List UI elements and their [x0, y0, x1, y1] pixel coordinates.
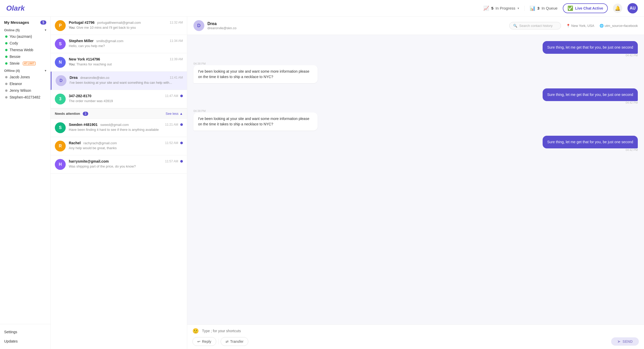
reply-button[interactable]: ↩ Reply	[192, 337, 216, 346]
search-contact-history[interactable]: 🔍 Search contact history	[509, 22, 561, 29]
reply-input-row: 🙂	[192, 328, 639, 334]
transfer-icon: ⇄	[226, 339, 229, 344]
conv-header-portugal: Portugal #2796 portugaltheemail@gmail.co…	[69, 20, 183, 25]
bubble-incoming-2: I've been looking at your site and want …	[193, 65, 318, 83]
user-avatar[interactable]: AU	[627, 3, 638, 13]
chat-contact-info: D Drea drearorvile@skn.co	[193, 20, 236, 31]
chat-header: D Drea drearorvile@skn.co 🔍 Search conta…	[187, 17, 644, 35]
reply-actions: ↩ Reply ⇄ Transfer ➤ SEND	[192, 337, 639, 346]
sidebar-user-label: Jenny Wilson	[10, 88, 31, 93]
avatar-initials: AU	[630, 6, 635, 11]
transfer-button[interactable]: ⇄ Transfer	[221, 337, 249, 346]
chat-meta-location: 📍 New York, USA	[566, 24, 594, 28]
conv-avatar-harry: H	[55, 159, 66, 170]
needs-attention-header: Needs attention 3 See less ▲	[51, 108, 187, 119]
conv-header-stephen: Stephen Miller smills@gmail.com 11:34 AM	[69, 39, 183, 43]
conv-preview-harry: Was shipping part of the price, do you k…	[69, 164, 183, 168]
sidebar-user-stephen40[interactable]: Stephen-40273482	[0, 94, 50, 101]
conv-header-harry: harrysmite@gmail.com 11:57 AM	[69, 159, 183, 164]
see-less-button[interactable]: See less ▲	[166, 112, 183, 116]
sidebar-user-cody[interactable]: Cody	[0, 40, 50, 47]
online-dot-you	[5, 35, 8, 38]
needs-attention-item-rachel[interactable]: R Rachel rachyrach@gmail.com 11:52 AM An…	[51, 137, 187, 155]
bubble-outgoing-5: Sure thing, let me get that for you, be …	[543, 136, 638, 148]
chat-contact-details: Drea drearorvile@skn.co	[207, 21, 236, 30]
bell-icon: 🔔	[615, 5, 620, 11]
logo: Olark	[6, 4, 25, 12]
conv-item-portugal[interactable]: P Portugal #2796 portugaltheemail@gmail.…	[51, 17, 187, 35]
offline-group-header[interactable]: Offline (4) ▾	[0, 67, 50, 74]
live-chat-button[interactable]: ✅ Live Chat Active	[563, 3, 608, 13]
sidebar-user-eleanor[interactable]: Eleanor	[0, 80, 50, 87]
conv-avatar-phone: 3	[55, 94, 66, 104]
conv-avatar-stephen: S	[55, 39, 66, 49]
conv-preview-newyork: You: Thanks for reaching out	[69, 62, 183, 66]
offline-dot-jacob	[5, 76, 8, 78]
notification-button[interactable]: 🔔	[613, 4, 622, 13]
chat-contact-name: Drea	[207, 21, 236, 26]
sidebar-user-label: You (auzman)	[10, 34, 32, 39]
updates-item[interactable]: Updates	[0, 337, 50, 346]
online-dot-stevie	[5, 62, 8, 65]
sidebar-user-label: Cody	[10, 41, 18, 45]
settings-item[interactable]: Settings	[0, 327, 50, 337]
conv-item-stephen[interactable]: S Stephen Miller smills@gmail.com 11:34 …	[51, 35, 187, 53]
unread-dot-rachel	[180, 142, 183, 144]
conv-item-phone[interactable]: 3 347-282-8170 11:47 AM The order number…	[51, 90, 187, 108]
conv-content-drea: Drea drearorvile@skn.co 11:41 AM I've be…	[70, 75, 183, 85]
chat-location-text: New York, USA	[571, 24, 594, 28]
needs-attention-item-sweden[interactable]: S Sweden #481901 sweed@gmail.com 11:21 A…	[51, 119, 187, 137]
sidebar-user-theresa[interactable]: Theresa Webb	[0, 47, 50, 53]
online-chevron-icon: ▾	[45, 28, 46, 32]
transfer-label: Transfer	[230, 339, 244, 344]
in-progress-stat[interactable]: 📈 5 In Progress ▾	[483, 5, 519, 11]
needs-attention-badge: 3	[83, 112, 88, 116]
sidebar-user-jacob[interactable]: Jacob Jones	[0, 74, 50, 80]
reply-input[interactable]	[202, 329, 639, 333]
send-label: SEND	[623, 339, 633, 344]
unread-dot-harry	[180, 160, 183, 163]
chat-messages: Sure thing, let me get that for you, be …	[187, 35, 644, 324]
sidebar-user-label: Jacob Jones	[10, 75, 30, 79]
sidebar-user-label: Stevie	[10, 61, 20, 65]
online-dot-bessie	[5, 56, 8, 58]
conversations-panel: P Portugal #2796 portugaltheemail@gmail.…	[51, 17, 187, 349]
sidebar-user-jenny[interactable]: Jenny Wilson	[0, 87, 50, 94]
check-circle-icon: ✅	[567, 5, 573, 11]
in-queue-stat[interactable]: 📊 3 In Queue	[530, 5, 558, 11]
online-label: Online (5)	[4, 28, 20, 32]
conv-avatar-drea: D	[56, 75, 66, 86]
sidebar-user-stevie[interactable]: Stevie AT LIMIT	[0, 60, 50, 67]
sidebar: My Messages 5 Online (5) ▾ You (auzman) …	[0, 17, 51, 349]
location-icon: 📍	[566, 24, 570, 28]
conv-name-rachel: Rachel rachyrach@gmail.com	[69, 141, 117, 145]
header-right: 📈 5 In Progress ▾ 📊 3 In Queue ✅ Live Ch…	[483, 3, 638, 13]
online-dot-theresa	[5, 49, 8, 51]
needs-attention-item-harry[interactable]: H harrysmite@gmail.com 11:57 AM Was ship…	[51, 155, 187, 174]
sidebar-user-bessie[interactable]: Bessie	[0, 53, 50, 60]
sidebar-user-you[interactable]: You (auzman)	[0, 33, 50, 40]
reply-label: Reply	[202, 339, 211, 344]
see-less-icon: ▲	[179, 112, 183, 116]
conv-preview-sweden: Have been finding it hard to see if ther…	[69, 128, 183, 132]
conv-content-phone: 347-282-8170 11:47 AM The order number w…	[69, 94, 183, 103]
chat-contact-email: drearorvile@skn.co	[207, 26, 236, 30]
conv-name-drea: Drea drearorvile@skn.co	[70, 75, 109, 80]
emoji-button[interactable]: 🙂	[192, 328, 199, 334]
conv-avatar-newyork: N	[55, 57, 66, 68]
reply-left-buttons: ↩ Reply ⇄ Transfer	[192, 337, 248, 346]
chat-contact-avatar: D	[193, 20, 204, 31]
online-group-header[interactable]: Online (5) ▾	[0, 26, 50, 33]
conv-item-newyork[interactable]: N New York #114796 11:39 AM You: Thanks …	[51, 53, 187, 72]
conv-item-drea[interactable]: D Drea drearorvile@skn.co 11:41 AM I've …	[51, 72, 187, 90]
msg-time-3: 04:42 PM	[626, 101, 638, 104]
conv-preview-stephen: Hello, can you help me?	[69, 44, 183, 48]
chat-header-right: 🔍 Search contact history 📍 New York, USA…	[509, 22, 638, 29]
conv-time-rachel-row: 11:52 AM	[165, 141, 183, 145]
conv-time-harry-row: 11:57 AM	[165, 160, 183, 163]
offline-label: Offline (4)	[4, 69, 20, 73]
conv-preview-portugal: You: Give me 10 mins and I'll get back t…	[69, 26, 183, 29]
message-4: 04:38 PM I've been looking at your site …	[193, 109, 638, 131]
send-button[interactable]: ➤ SEND	[611, 337, 639, 346]
live-chat-label: Live Chat Active	[575, 6, 603, 10]
